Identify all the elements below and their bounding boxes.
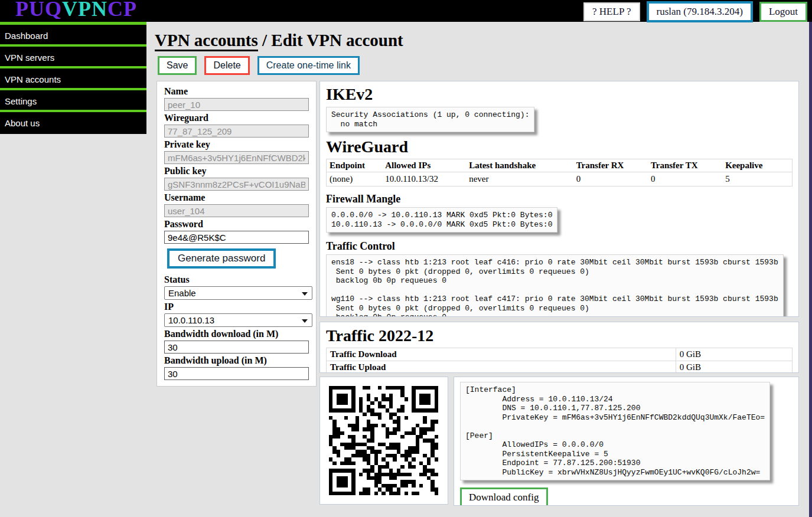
wireguard-data-row: (none) 10.0.110.13/32 never 0 0 5 — [327, 172, 793, 186]
help-button[interactable]: ? HELP ? — [583, 2, 640, 21]
sidebar: Dashboard VPN servers VPN accounts Setti… — [0, 25, 146, 134]
delete-button[interactable]: Delete — [204, 56, 249, 75]
chevron-down-icon — [302, 292, 308, 296]
sidebar-item-about-us[interactable]: About us — [0, 112, 146, 134]
wg-col-tx: Transfer TX — [648, 159, 722, 172]
public-key-input — [164, 178, 309, 191]
user-button[interactable]: ruslan (79.184.3.204) — [647, 1, 753, 22]
toolbar: Save Delete Create one-time link — [158, 56, 360, 75]
qr-panel — [319, 377, 448, 505]
traffic-table: Traffic Download 0 GiB Traffic Upload 0 … — [326, 348, 793, 373]
private-key-label: Private key — [164, 139, 309, 150]
generate-password-button[interactable]: Generate password — [167, 248, 276, 269]
password-input[interactable] — [164, 231, 309, 244]
bandwidth-upload-input[interactable] — [164, 367, 309, 380]
wg-allowed: 10.0.110.13/32 — [382, 172, 466, 186]
page: PUQVPNCP ? HELP ? ruslan (79.184.3.204) … — [0, 0, 812, 517]
ip-label: IP — [164, 301, 309, 313]
logo-segment: PUQ — [15, 0, 62, 21]
wireguard-input — [164, 125, 309, 138]
wg-col-endpoint: Endpoint — [327, 159, 383, 172]
wg-keepalive: 5 — [722, 172, 792, 186]
logo-segment: CP — [107, 0, 137, 21]
private-key-input — [164, 151, 309, 164]
username-input — [164, 204, 309, 217]
traffic-upload-label: Traffic Upload — [327, 361, 676, 374]
table-row: Traffic Upload 0 GiB — [327, 361, 793, 374]
download-config-button[interactable]: Download config — [460, 487, 548, 506]
password-label: Password — [164, 218, 309, 230]
traffic-panel: Traffic 2022-12 Traffic Download 0 GiB T… — [319, 322, 799, 373]
status-select-value: Enable — [168, 288, 196, 298]
account-form-panel: Name Wireguard Private key Public key Us… — [156, 81, 317, 387]
status-label: Status — [164, 274, 309, 286]
wg-col-rx: Transfer RX — [573, 159, 648, 172]
traffic-download-label: Traffic Download — [327, 348, 676, 361]
config-output: [Interface] Address = 10.0.110.13/24 DNS… — [460, 382, 770, 480]
sidebar-item-vpn-accounts[interactable]: VPN accounts — [0, 68, 146, 90]
create-one-time-link-button[interactable]: Create one-time link — [257, 56, 360, 75]
ip-select-value: 10.0.110.13 — [168, 315, 214, 325]
scrollbar[interactable] — [809, 22, 812, 517]
bandwidth-download-label: Bandwidth download (in M) — [164, 328, 309, 340]
config-panel: [Interface] Address = 10.0.110.13/24 DNS… — [454, 377, 799, 506]
qr-code — [329, 386, 438, 495]
traffic-upload-value: 0 GiB — [676, 361, 792, 374]
bandwidth-download-input[interactable] — [164, 341, 309, 354]
ip-select[interactable]: 10.0.110.13 — [164, 313, 312, 327]
status-panel: IKEv2 Security Associations (1 up, 0 con… — [319, 81, 799, 317]
topbar: PUQVPNCP ? HELP ? ruslan (79.184.3.204) … — [0, 0, 812, 22]
breadcrumb: VPN accounts / Edit VPN account — [155, 31, 403, 50]
public-key-label: Public key — [164, 165, 309, 177]
wireguard-heading: WireGuard — [326, 138, 793, 156]
traffic-control-output: ens18 --> class htb 1:213 root leaf c416… — [326, 254, 784, 317]
sidebar-item-vpn-servers[interactable]: VPN servers — [0, 47, 146, 68]
wg-col-keepalive: Keepalive — [722, 159, 792, 172]
traffic-control-heading: Traffic Control — [326, 240, 793, 252]
status-select[interactable]: Enable — [164, 286, 312, 300]
vpn-accounts-link[interactable]: VPN accounts — [155, 31, 258, 51]
sidebar-item-settings[interactable]: Settings — [0, 90, 146, 112]
wg-col-allowed: Allowed IPs — [382, 159, 466, 172]
page-title: / Edit VPN account — [258, 31, 403, 50]
topbar-actions: ? HELP ? ruslan (79.184.3.204) Logout — [583, 1, 807, 22]
table-row: Traffic Download 0 GiB — [327, 348, 793, 361]
logo-segment: VPN — [62, 0, 107, 21]
save-button[interactable]: Save — [158, 56, 197, 75]
wg-tx: 0 — [648, 172, 722, 186]
wireguard-table: Endpoint Allowed IPs Latest handshake Tr… — [326, 159, 793, 186]
bandwidth-upload-label: Bandwidth upload (in M) — [164, 355, 309, 367]
wg-rx: 0 — [573, 172, 648, 186]
logout-button[interactable]: Logout — [759, 2, 807, 22]
sidebar-item-dashboard[interactable]: Dashboard — [0, 25, 146, 47]
wireguard-label: Wireguard — [164, 112, 309, 124]
brand-logo[interactable]: PUQVPNCP — [15, 0, 137, 21]
username-label: Username — [164, 192, 309, 204]
ikev2-heading: IKEv2 — [326, 85, 793, 104]
name-label: Name — [164, 86, 309, 97]
wg-endpoint: (none) — [327, 172, 383, 186]
chevron-down-icon — [302, 319, 308, 323]
traffic-download-value: 0 GiB — [676, 348, 792, 361]
ikev2-output: Security Associations (1 up, 0 connectin… — [326, 107, 534, 132]
firewall-mangle-output: 0.0.0.0/0 -> 10.0.110.13 MARK 0xd5 Pkt:0… — [326, 207, 557, 233]
traffic-heading: Traffic 2022-12 — [326, 326, 793, 345]
name-input — [164, 98, 309, 111]
wireguard-header-row: Endpoint Allowed IPs Latest handshake Tr… — [327, 159, 793, 172]
wg-handshake: never — [466, 172, 573, 186]
firewall-mangle-heading: Firewall Mangle — [326, 193, 793, 205]
wg-col-handshake: Latest handshake — [466, 159, 573, 172]
